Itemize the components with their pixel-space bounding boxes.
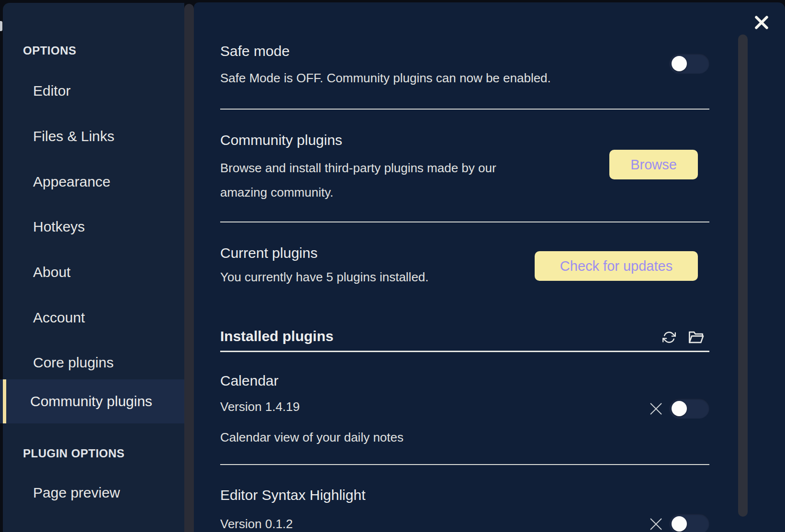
check-for-updates-button[interactable]: Check for updates xyxy=(535,251,698,281)
plugin-description: Calendar view of your daily notes xyxy=(220,429,404,445)
uninstall-x-icon[interactable] xyxy=(650,402,662,415)
safe-mode-toggle[interactable] xyxy=(669,54,709,74)
scrollbar-thumb[interactable] xyxy=(738,34,748,517)
sidebar-item-community-plugins[interactable]: Community plugins xyxy=(0,379,184,423)
community-plugins-description: Browse and install third-party plugins m… xyxy=(220,156,536,205)
installed-plugins-title: Installed plugins xyxy=(220,327,334,345)
sidebar-item-hotkeys[interactable]: Hotkeys xyxy=(33,217,85,236)
sidebar-item-appearance[interactable]: Appearance xyxy=(33,172,111,191)
plugin-toggle[interactable] xyxy=(669,514,709,532)
sidebar-item-editor[interactable]: Editor xyxy=(33,81,70,100)
section-divider xyxy=(220,109,709,110)
installed-plugins-divider xyxy=(220,351,709,352)
settings-sidebar: OPTIONS Editor Files & Links Appearance … xyxy=(3,3,184,532)
current-plugins-title: Current plugins xyxy=(220,244,317,262)
sync-icon[interactable] xyxy=(662,331,676,344)
toggle-knob xyxy=(672,56,687,71)
panel-divider xyxy=(184,4,194,532)
section-divider xyxy=(220,464,709,465)
selected-item-accent-bar xyxy=(3,379,6,423)
section-divider xyxy=(220,222,709,222)
sidebar-item-account[interactable]: Account xyxy=(33,308,85,327)
safe-mode-description: Safe Mode is OFF. Community plugins can … xyxy=(220,70,551,86)
sidebar-item-core-plugins[interactable]: Core plugins xyxy=(33,353,113,372)
sidebar-section-plugin-options: PLUGIN OPTIONS xyxy=(23,446,124,461)
plugin-name: Calendar xyxy=(220,372,279,390)
uninstall-x-icon[interactable] xyxy=(650,518,662,531)
toggle-knob xyxy=(672,401,687,416)
folder-icon[interactable] xyxy=(688,330,704,344)
sidebar-item-page-preview[interactable]: Page preview xyxy=(33,483,120,502)
sidebar-section-options: OPTIONS xyxy=(23,44,77,58)
browse-button[interactable]: Browse xyxy=(609,150,698,179)
sidebar-item-about[interactable]: About xyxy=(33,263,70,282)
close-icon[interactable] xyxy=(754,15,769,30)
sidebar-item-files-links[interactable]: Files & Links xyxy=(33,127,114,146)
plugin-version: Version 1.4.19 xyxy=(220,399,300,415)
plugin-version: Version 0.1.2 xyxy=(220,516,293,532)
current-plugins-description: You currently have 5 plugins installed. xyxy=(220,269,429,285)
community-plugins-title: Community plugins xyxy=(220,131,342,149)
toggle-knob xyxy=(672,516,687,532)
sidebar-item-label: Community plugins xyxy=(30,392,152,411)
plugin-toggle[interactable] xyxy=(669,399,709,419)
safe-mode-title: Safe mode xyxy=(220,42,290,60)
plugin-name: Editor Syntax Highlight xyxy=(220,486,366,504)
background-window-sliver xyxy=(0,21,2,31)
